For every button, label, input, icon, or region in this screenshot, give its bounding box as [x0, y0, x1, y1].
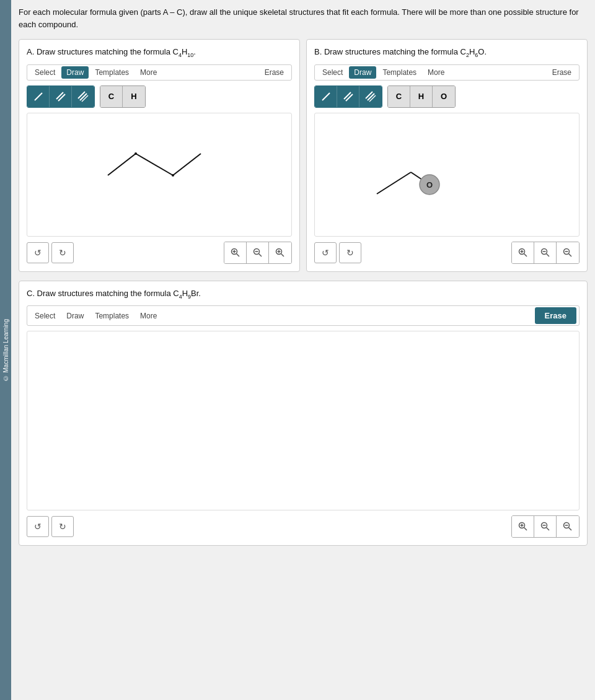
- panel-c-templates-btn[interactable]: Templates: [90, 310, 134, 322]
- panel-b-zoom-out-btn[interactable]: [557, 242, 579, 263]
- panel-b-undo-btn[interactable]: ↺: [314, 242, 337, 263]
- panel-a-drawing-area[interactable]: [27, 113, 292, 237]
- svg-line-43: [524, 528, 527, 531]
- panel-a-select-btn[interactable]: Select: [30, 66, 60, 79]
- svg-line-25: [366, 92, 372, 98]
- panel-b-oxygen-btn[interactable]: O: [433, 86, 455, 107]
- panel-b-zoom-controls: [511, 242, 580, 264]
- panel-a-redo-btn[interactable]: ↻: [51, 242, 74, 263]
- svg-line-19: [281, 253, 284, 256]
- panels-row-ab: A. Draw structures matching the formula …: [19, 39, 588, 272]
- panel-a-atom-group: C H: [100, 85, 146, 108]
- panel-b: B. Draw structures matching the formula …: [306, 39, 588, 272]
- svg-line-27: [369, 95, 376, 102]
- panel-a-more-btn[interactable]: More: [135, 66, 162, 79]
- panel-b-title: B. Draw structures matching the formula …: [314, 47, 580, 58]
- panel-b-triple-bond-btn[interactable]: [359, 86, 382, 107]
- svg-line-37: [546, 253, 549, 256]
- panel-b-templates-btn[interactable]: Templates: [377, 66, 421, 79]
- panel-a-zoom-reset-btn[interactable]: [247, 242, 269, 263]
- panel-a-bond-group: [27, 85, 95, 108]
- panel-a-erase-btn[interactable]: Erase: [260, 66, 289, 79]
- panel-b-double-bond-btn[interactable]: [337, 86, 359, 107]
- svg-line-40: [569, 253, 572, 256]
- svg-line-0: [35, 93, 42, 100]
- panel-a-hydrogen-btn[interactable]: H: [123, 86, 145, 107]
- svg-line-33: [524, 253, 527, 256]
- panel-a-zoom-in-btn[interactable]: [224, 242, 247, 263]
- panel-c-zoom-reset-btn[interactable]: [534, 516, 557, 537]
- panel-b-single-bond-btn[interactable]: [315, 86, 337, 107]
- panel-a-triple-bond-btn[interactable]: [72, 86, 94, 107]
- svg-line-6: [108, 154, 136, 175]
- panel-b-erase-btn[interactable]: Erase: [547, 66, 576, 79]
- panel-a-carbon-btn[interactable]: C: [100, 86, 123, 107]
- panel-c-redo-btn[interactable]: ↻: [51, 516, 74, 537]
- panel-a-zoom-controls: [224, 242, 292, 264]
- svg-line-7: [136, 154, 173, 175]
- panel-c-undo-redo: ↺ ↻: [27, 516, 74, 537]
- sidebar-label: © Macmillan Learning: [2, 319, 9, 382]
- panel-b-bottom-controls: ↺ ↻: [314, 242, 580, 264]
- panel-b-zoom-reset-btn[interactable]: [534, 242, 557, 263]
- panel-a-molecule-svg: [27, 113, 291, 236]
- panel-c-bottom-controls: ↺ ↻: [27, 515, 580, 538]
- panel-a-double-bond-btn[interactable]: [50, 86, 72, 107]
- panel-b-molecule-svg: O: [315, 113, 579, 236]
- svg-line-24: [346, 94, 353, 101]
- panel-b-carbon-btn[interactable]: C: [388, 86, 410, 107]
- svg-line-3: [78, 92, 85, 98]
- svg-line-2: [58, 94, 65, 101]
- panel-a-draw-btn[interactable]: Draw: [61, 66, 89, 79]
- svg-point-10: [172, 174, 174, 177]
- panel-a-bond-buttons: C H: [27, 85, 292, 108]
- panel-c-zoom-in-btn[interactable]: [512, 516, 534, 537]
- svg-point-9: [134, 152, 137, 155]
- panel-b-bond-buttons: C H O: [314, 85, 580, 108]
- svg-line-23: [344, 92, 351, 99]
- panel-c-title: C. Draw structures matching the formula …: [27, 289, 580, 300]
- svg-line-50: [569, 528, 572, 531]
- svg-line-12: [236, 253, 239, 256]
- panel-b-undo-redo: ↺ ↻: [314, 242, 361, 263]
- svg-line-8: [173, 154, 201, 175]
- panel-b-draw-btn[interactable]: Draw: [349, 66, 376, 79]
- panel-b-toolbar: Select Draw Templates More Erase: [314, 64, 580, 81]
- panel-b-select-btn[interactable]: Select: [317, 66, 348, 79]
- panel-b-atom-group: C H O: [387, 85, 456, 108]
- panel-c-draw-btn[interactable]: Draw: [61, 310, 89, 322]
- sidebar: © Macmillan Learning: [0, 0, 11, 561]
- panel-c-drawing-area[interactable]: [27, 331, 580, 510]
- panel-b-more-btn[interactable]: More: [423, 66, 449, 79]
- panel-c-zoom-controls: [511, 515, 580, 538]
- svg-line-22: [322, 93, 330, 100]
- panel-b-bond-group: [314, 85, 382, 108]
- panel-a-toolbar: Select Draw Templates More Erase: [27, 64, 292, 81]
- panel-c-erase-btn[interactable]: Erase: [535, 307, 576, 324]
- main-content: For each molecular formula given (parts …: [11, 0, 595, 561]
- panel-c: C. Draw structures matching the formula …: [19, 281, 588, 546]
- panel-a-zoom-out-btn[interactable]: [269, 242, 291, 263]
- panel-c-undo-btn[interactable]: ↺: [27, 516, 49, 537]
- panel-b-drawing-area[interactable]: O: [314, 113, 580, 237]
- panel-c-select-btn[interactable]: Select: [30, 310, 60, 322]
- svg-line-28: [377, 172, 411, 194]
- svg-line-1: [56, 92, 63, 99]
- instructions-text: For each molecular formula given (parts …: [19, 6, 588, 30]
- svg-line-4: [80, 94, 87, 100]
- panel-a-templates-btn[interactable]: Templates: [90, 66, 134, 79]
- svg-line-5: [82, 95, 88, 102]
- panel-b-hydrogen-btn[interactable]: H: [410, 86, 433, 107]
- panel-b-zoom-in-btn[interactable]: [512, 242, 534, 263]
- panel-b-redo-btn[interactable]: ↻: [339, 242, 361, 263]
- panel-a-undo-btn[interactable]: ↺: [27, 242, 49, 263]
- svg-line-26: [368, 94, 374, 100]
- panel-c-toolbar: Select Draw Templates More Erase: [27, 305, 580, 326]
- panel-c-more-btn[interactable]: More: [135, 310, 162, 322]
- panel-c-zoom-out-btn[interactable]: [557, 516, 579, 537]
- panel-a-undo-redo: ↺ ↻: [27, 242, 74, 263]
- panel-a: A. Draw structures matching the formula …: [19, 39, 300, 272]
- svg-line-16: [258, 253, 262, 256]
- panel-a-single-bond-btn[interactable]: [27, 86, 50, 107]
- panel-a-title: A. Draw structures matching the formula …: [27, 47, 292, 58]
